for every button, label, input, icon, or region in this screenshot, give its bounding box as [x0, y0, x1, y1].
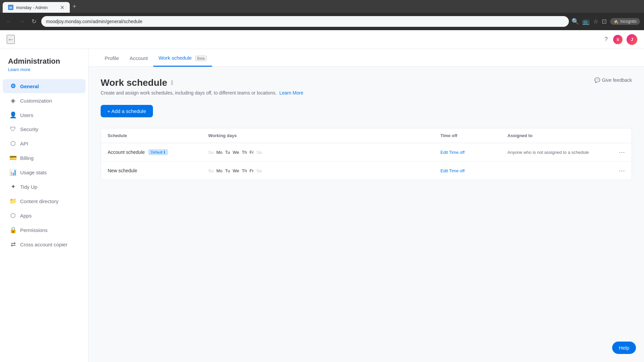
table-row: New schedule Su Mo Tu We Th Fr Sa Edit T… — [101, 162, 632, 180]
sidebar-item-api[interactable]: ⬡ API — [3, 136, 86, 150]
default-info-icon[interactable]: ℹ — [164, 150, 165, 155]
day-th-1: Th — [242, 150, 247, 155]
usage-stats-icon: 📊 — [9, 169, 17, 176]
header-schedule: Schedule — [108, 133, 208, 138]
add-schedule-button[interactable]: + Add a schedule — [101, 105, 153, 117]
sidebar-item-label-api: API — [20, 141, 28, 146]
feedback-label: Give feedback — [602, 77, 632, 83]
sidebar-item-label-users: Users — [20, 112, 33, 118]
working-days-row-2: Su Mo Tu We Th Fr Sa — [208, 168, 440, 173]
day-su-2: Su — [208, 168, 214, 173]
avatar-primary[interactable]: J — [627, 34, 637, 45]
tab-work-schedule-label: Work schedule — [159, 55, 192, 61]
tab-account[interactable]: Account — [124, 49, 153, 67]
header-working-days: Working days — [208, 133, 440, 138]
give-feedback-button[interactable]: 💬 Give feedback — [594, 77, 632, 83]
sidebar-icon[interactable]: ⊡ — [602, 18, 607, 25]
browser-nav: ← → ↻ moodjoy.monday.com/admin/general/s… — [0, 13, 644, 30]
tab-work-schedule[interactable]: Work schedule Beta — [153, 49, 212, 67]
customization-icon: ◈ — [9, 97, 17, 104]
sidebar: Administration Learn more ⚙ General ◈ Cu… — [0, 49, 89, 362]
browser-tabs: m monday - Admin ✕ + — [0, 0, 644, 13]
info-icon[interactable]: ℹ — [171, 79, 173, 86]
header-actions — [608, 133, 625, 138]
edit-time-off-link-1[interactable]: Edit Time off — [440, 150, 465, 155]
address-text: moodjoy.monday.com/admin/general/schedul… — [46, 19, 142, 24]
time-off-cell-2: Edit Time off — [440, 168, 507, 174]
header-actions: ? S J — [603, 34, 637, 45]
default-badge: Default ℹ — [148, 149, 168, 155]
sidebar-item-label-general: General — [20, 83, 39, 89]
schedule-name-account: Account schedule Default ℹ — [108, 149, 208, 155]
help-button[interactable]: Help — [612, 342, 636, 354]
incognito-badge: 🕵 Incognito — [610, 18, 640, 25]
tidy-up-icon: ✦ — [9, 183, 17, 190]
sidebar-item-cross-account[interactable]: ⇄ Cross account copier — [3, 237, 86, 251]
sidebar-learn-more-link[interactable]: Learn more — [0, 67, 88, 79]
sidebar-item-content-directory[interactable]: 📁 Content directory — [3, 194, 86, 208]
header-assigned-to: Assigned to — [507, 133, 608, 138]
default-label: Default — [151, 150, 163, 154]
sidebar-item-general[interactable]: ⚙ General — [3, 79, 86, 93]
sidebar-item-label-tidy-up: Tidy Up — [20, 184, 37, 190]
search-icon[interactable]: 🔍 — [572, 18, 579, 25]
billing-icon: 💳 — [9, 154, 17, 162]
address-bar[interactable]: moodjoy.monday.com/admin/general/schedul… — [41, 16, 569, 27]
sidebar-item-billing[interactable]: 💳 Billing — [3, 151, 86, 165]
table-row: Account schedule Default ℹ Su Mo Tu We T… — [101, 143, 632, 162]
feedback-icon: 💬 — [594, 77, 600, 83]
apps-icon: ⬡ — [9, 212, 17, 219]
sidebar-item-users[interactable]: 👤 Users — [3, 108, 86, 122]
tab-title: monday - Admin — [16, 5, 48, 10]
row-menu-button-2[interactable]: ⋯ — [608, 167, 625, 174]
back-button[interactable]: ← — [4, 17, 14, 26]
sidebar-item-label-usage-stats: Usage stats — [20, 170, 47, 175]
cast-icon[interactable]: 📺 — [582, 18, 590, 25]
page-header: Work schedule ℹ 💬 Give feedback — [101, 77, 632, 88]
sidebar-item-permissions[interactable]: 🔒 Permissions — [3, 223, 86, 237]
app-back-button[interactable]: ← — [7, 35, 15, 44]
browser-tab[interactable]: m monday - Admin ✕ — [3, 2, 70, 13]
sidebar-item-label-apps: Apps — [20, 213, 32, 219]
users-icon: 👤 — [9, 111, 17, 119]
new-tab-button[interactable]: + — [70, 1, 79, 12]
app-header: ← ? S J — [0, 30, 644, 49]
learn-more-link[interactable]: Learn More — [279, 90, 304, 96]
sidebar-title: Administration — [0, 57, 88, 67]
tabs-bar: Profile Account Work schedule Beta — [89, 49, 644, 67]
bookmark-icon[interactable]: ☆ — [593, 18, 598, 25]
tab-close-button[interactable]: ✕ — [60, 4, 64, 11]
sidebar-item-label-billing: Billing — [20, 155, 34, 161]
content-dir-icon: 📁 — [9, 197, 17, 205]
nav-actions: 🔍 📺 ☆ ⊡ 🕵 Incognito — [572, 18, 640, 25]
header-time-off: Time off — [440, 133, 507, 138]
permissions-icon: 🔒 — [9, 226, 17, 234]
sidebar-item-customization[interactable]: ◈ Customization — [3, 94, 86, 108]
schedule-table: Schedule Working days Time off Assigned … — [101, 128, 632, 180]
page-description: Create and assign work schedules, includ… — [101, 90, 632, 96]
day-su-1: Su — [208, 150, 214, 155]
sidebar-item-security[interactable]: 🛡 Security — [3, 122, 86, 136]
day-tu-2: Tu — [225, 168, 230, 173]
schedule-name-new: New schedule — [108, 168, 208, 173]
row-menu-button-1[interactable]: ⋯ — [608, 148, 625, 156]
sidebar-item-tidy-up[interactable]: ✦ Tidy Up — [3, 180, 86, 194]
sidebar-item-usage-stats[interactable]: 📊 Usage stats — [3, 165, 86, 179]
sidebar-item-label-permissions: Permissions — [20, 227, 48, 233]
incognito-icon: 🕵 — [613, 19, 619, 24]
sidebar-item-label-content-directory: Content directory — [20, 198, 58, 204]
tab-profile[interactable]: Profile — [99, 49, 124, 67]
avatar-secondary[interactable]: S — [613, 35, 623, 44]
day-mo-1: Mo — [216, 150, 222, 155]
page-content: Work schedule ℹ 💬 Give feedback Create a… — [89, 67, 644, 191]
sidebar-item-label-customization: Customization — [20, 98, 52, 104]
edit-time-off-link-2[interactable]: Edit Time off — [440, 168, 465, 173]
day-fr-2: Fr — [250, 168, 254, 173]
reload-button[interactable]: ↻ — [30, 16, 39, 26]
incognito-label: Incognito — [620, 19, 637, 24]
sidebar-item-apps[interactable]: ⬡ Apps — [3, 208, 86, 223]
help-icon-button[interactable]: ? — [603, 35, 609, 44]
forward-button[interactable]: → — [17, 17, 27, 26]
day-we-1: We — [233, 150, 239, 155]
browser-chrome: m monday - Admin ✕ + ← → ↻ moodjoy.monda… — [0, 0, 644, 30]
